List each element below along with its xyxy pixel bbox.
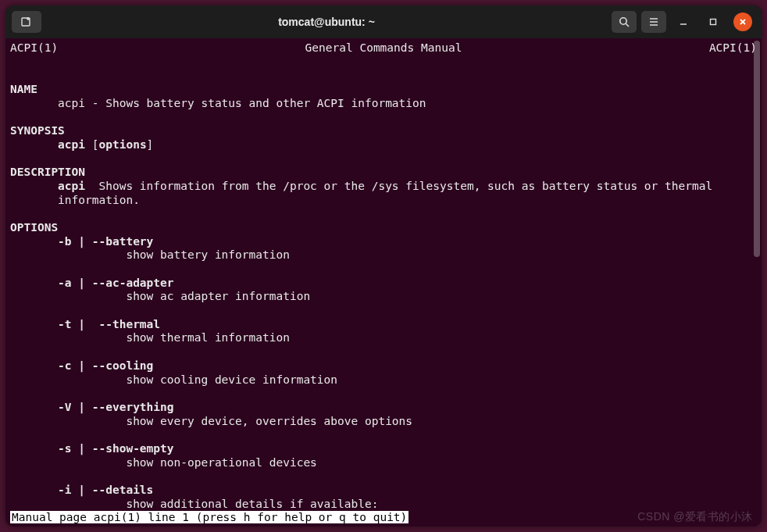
man-status-line: Manual page acpi(1) line 1 (press h for … (10, 511, 408, 523)
description-line1: Shows information from the /proc or the … (85, 180, 712, 192)
minimize-button[interactable] (674, 12, 693, 31)
titlebar: tomcat@ubuntu: ~ (5, 5, 762, 38)
synopsis-cmd: acpi (58, 138, 85, 151)
synopsis-options: options (99, 138, 147, 151)
option-desc: show additional details if available: (126, 498, 378, 510)
option-flag: -a | --ac-adapter (58, 277, 173, 289)
hamburger-icon (647, 16, 660, 28)
man-header-left: ACPI(1) (10, 41, 58, 55)
svg-rect-9 (711, 20, 716, 25)
option-desc: show ac adapter information (126, 290, 310, 302)
description-line2: information. (10, 194, 140, 206)
description-cmd: acpi (58, 180, 85, 192)
search-button[interactable] (612, 11, 637, 33)
terminal-window: tomcat@ubuntu: ~ (5, 5, 762, 527)
option-desc: show non-operational devices (126, 456, 316, 469)
new-tab-button[interactable] (12, 11, 41, 33)
man-header-right: ACPI(1) (709, 41, 757, 55)
option-flag: -s | --show-empty (58, 442, 173, 455)
option-flag: -V | --everything (58, 401, 173, 413)
option-flag: -c | --cooling (58, 359, 153, 372)
name-line: acpi - Shows battery status and other AC… (10, 97, 426, 109)
new-tab-icon (20, 16, 33, 28)
terminal-body[interactable]: ACPI(1)General Commands ManualACPI(1) NA… (5, 38, 762, 527)
option-desc: show cooling device information (126, 373, 337, 386)
scrollbar-thumb[interactable] (754, 41, 760, 257)
watermark: CSDN @爱看书的小沐 (637, 510, 753, 524)
menu-button[interactable] (641, 11, 666, 33)
maximize-icon (708, 17, 718, 27)
synopsis-pre: [ (85, 138, 98, 151)
window-title: tomcat@ubuntu: ~ (46, 16, 607, 28)
man-header-center: General Commands Manual (305, 41, 462, 55)
option-desc: show thermal information (126, 331, 290, 344)
search-icon (618, 16, 630, 28)
option-flag: -i | --details (58, 484, 153, 496)
option-flag: -b | --battery (58, 235, 153, 248)
maximize-button[interactable] (704, 12, 722, 31)
minimize-icon (679, 17, 688, 27)
svg-line-4 (626, 23, 629, 27)
section-description: DESCRIPTION (10, 166, 85, 178)
section-synopsis: SYNOPSIS (10, 124, 65, 137)
section-name: NAME (10, 83, 37, 95)
man-header-line: ACPI(1)General Commands ManualACPI(1) (10, 41, 757, 55)
close-icon (738, 17, 747, 27)
svg-point-3 (620, 18, 626, 24)
scrollbar[interactable] (754, 41, 760, 522)
option-desc: show battery information (126, 248, 290, 261)
option-desc: show every device, overrides above optio… (126, 415, 412, 427)
synopsis-post: ] (147, 138, 154, 151)
section-options: OPTIONS (10, 221, 58, 234)
option-flag: -t | --thermal (58, 318, 160, 330)
close-button[interactable] (733, 12, 752, 31)
